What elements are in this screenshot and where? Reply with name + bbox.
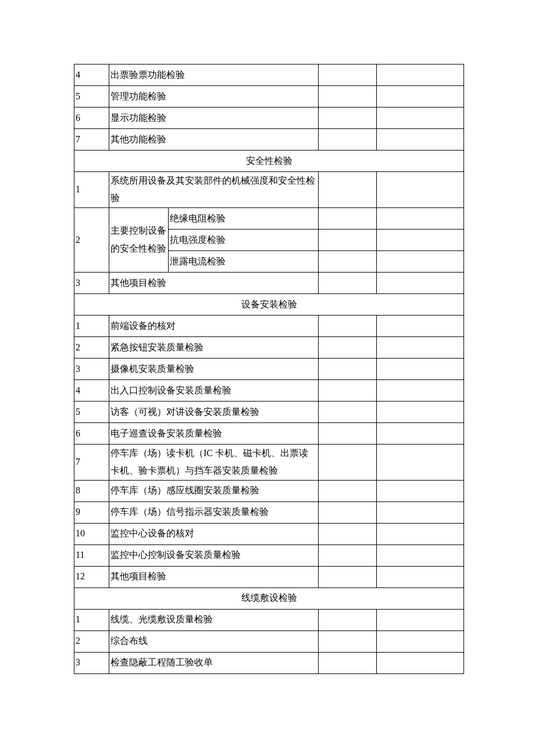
cell-blank [377,480,464,501]
row-number: 1 [74,609,109,630]
row-desc: 泄露电流检验 [169,250,319,272]
row-desc: 管理功能检验 [109,86,319,108]
cell-blank [319,207,377,229]
row-desc: 其他项目检验 [109,566,319,587]
row-desc: 线缆、光缆敷设质量检验 [109,609,319,630]
cell-blank [377,422,464,444]
cell-blank [377,544,464,566]
section-header: 线缆敷设检验 [74,587,464,609]
cell-blank [377,358,464,379]
row-number: 10 [74,523,109,544]
row-number: 7 [74,129,109,151]
cell-blank [377,65,464,86]
row-number: 2 [74,207,109,272]
row-desc: 监控中心控制设备安装质量检验 [109,544,319,566]
cell-blank [319,480,377,501]
table-row: 5 管理功能检验 [74,86,464,108]
table-row: 2 综合布线 [74,630,464,652]
row-number: 12 [74,566,109,587]
table-row: 11 监控中心控制设备安装质量检验 [74,544,464,566]
row-number: 3 [74,358,109,379]
table-row: 4 出票验票功能检验 [74,65,464,86]
row-desc: 检查隐蔽工程随工验收单 [109,652,319,673]
cell-blank [377,172,464,208]
cell-blank [377,336,464,358]
row-number: 5 [74,86,109,108]
section-header: 设备安装检验 [74,293,464,315]
table-row: 6 电子巡查设备安装质量检验 [74,422,464,444]
row-number: 6 [74,422,109,444]
cell-blank [319,250,377,272]
table-row: 1 前端设备的核对 [74,315,464,336]
row-desc: 停车库（场）感应线圈安装质量检验 [109,480,319,501]
row-number: 3 [74,652,109,673]
cell-blank [319,65,377,86]
cell-blank [377,108,464,129]
cell-blank [377,229,464,250]
cell-blank [319,336,377,358]
cell-blank [377,379,464,401]
cell-blank [319,315,377,336]
cell-blank [319,544,377,566]
cell-blank [319,609,377,630]
cell-blank [319,358,377,379]
row-desc: 电子巡查设备安装质量检验 [109,422,319,444]
cell-blank [377,630,464,652]
inspection-table: 4 出票验票功能检验 5 管理功能检验 6 显示功能检验 7 其他功能检验 安全… [74,64,464,674]
row-desc: 其他项目检验 [109,272,319,293]
row-number: 4 [74,379,109,401]
cell-blank [319,229,377,250]
cell-blank [377,501,464,523]
table-row: 4 出入口控制设备安装质量检验 [74,379,464,401]
row-desc: 出票验票功能检验 [109,65,319,86]
cell-blank [377,86,464,108]
cell-blank [319,172,377,208]
table-row: 12 其他项目检验 [74,566,464,587]
row-number: 9 [74,501,109,523]
table-row: 10 监控中心设备的核对 [74,523,464,544]
row-number: 2 [74,336,109,358]
row-number: 8 [74,480,109,501]
table-row: 2 紧急按钮安装质量检验 [74,336,464,358]
row-desc: 绝缘电阻检验 [169,207,319,229]
cell-blank [377,401,464,422]
cell-blank [377,315,464,336]
cell-blank [377,523,464,544]
cell-blank [319,444,377,480]
row-desc: 停车库（场）读卡机（IC 卡机、磁卡机、出票读卡机、验卡票机）与挡车器安装质量检… [109,444,319,480]
cell-blank [319,652,377,673]
row-desc: 综合布线 [109,630,319,652]
row-number: 3 [74,272,109,293]
row-desc: 紧急按钮安装质量检验 [109,336,319,358]
row-desc: 监控中心设备的核对 [109,523,319,544]
row-number: 1 [74,172,109,208]
table-row: 3 摄像机安装质量检验 [74,358,464,379]
cell-blank [377,444,464,480]
cell-blank [377,652,464,673]
cell-blank [319,501,377,523]
table-row: 7 其他功能检验 [74,129,464,151]
cell-blank [377,272,464,293]
row-desc: 出入口控制设备安装质量检验 [109,379,319,401]
row-number: 11 [74,544,109,566]
row-desc: 摄像机安装质量检验 [109,358,319,379]
row-desc: 前端设备的核对 [109,315,319,336]
table-row: 1 线缆、光缆敷设质量检验 [74,609,464,630]
section-header-row: 设备安装检验 [74,293,464,315]
row-number: 6 [74,108,109,129]
cell-blank [319,566,377,587]
row-desc: 抗电强度检验 [169,229,319,250]
cell-blank [319,630,377,652]
table-row: 1 系统所用设备及其安装部件的机械强度和安全性检验 [74,172,464,208]
section-header-row: 线缆敷设检验 [74,587,464,609]
cell-blank [377,207,464,229]
table-row: 7 停车库（场）读卡机（IC 卡机、磁卡机、出票读卡机、验卡票机）与挡车器安装质… [74,444,464,480]
row-desc: 停车库（场）信号指示器安装质量检验 [109,501,319,523]
row-number: 2 [74,630,109,652]
row-number: 1 [74,315,109,336]
cell-blank [377,609,464,630]
document-page: 4 出票验票功能检验 5 管理功能检验 6 显示功能检验 7 其他功能检验 安全… [0,0,535,756]
table-row: 8 停车库（场）感应线圈安装质量检验 [74,480,464,501]
row-desc-group: 主要控制设备的安全性检验 [109,207,169,272]
table-row: 3 其他项目检验 [74,272,464,293]
